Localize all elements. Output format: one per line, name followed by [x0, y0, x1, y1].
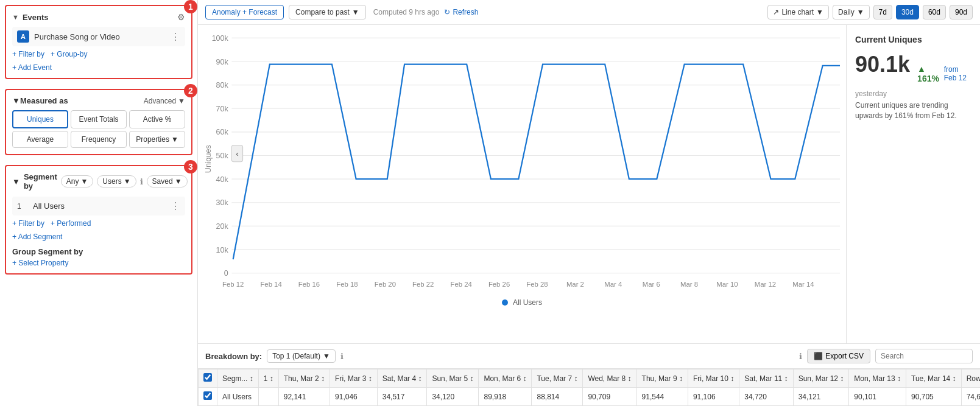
svg-text:Feb 20: Feb 20 — [375, 281, 396, 288]
cell-col1 — [258, 388, 278, 406]
col-checkbox — [199, 369, 217, 388]
date-60d-btn[interactable]: 60d — [923, 5, 946, 19]
row-checkbox-cell — [199, 388, 217, 406]
export-icon: ⬛ — [814, 352, 823, 360]
cell-mar13: 90,101 — [849, 388, 906, 406]
svg-text:Mar 2: Mar 2 — [566, 281, 584, 288]
measure-uniques[interactable]: Uniques — [12, 110, 68, 128]
event-name: Purchase Song or Video — [34, 32, 171, 41]
events-title: Events — [23, 13, 177, 22]
cell-mar3: 91,046 — [330, 388, 378, 406]
add-event-btn[interactable]: + Add Event — [12, 63, 185, 72]
top-bar-right: ↗ Line chart ▼ Daily ▼ 7d 30d 60d 90d — [767, 5, 973, 19]
col-mar9[interactable]: Thu, Mar 9 ↕ — [636, 369, 688, 388]
seg-performed-btn[interactable]: + Performed — [51, 219, 91, 228]
chart-svg: 100k 90k 80k 70k 60k 50k 40k 30k 20k 10k… — [204, 31, 840, 294]
segment-row: 1 All Users ⋮ — [12, 197, 185, 215]
refresh-btn[interactable]: ↻ Refresh — [444, 8, 478, 16]
advanced-btn[interactable]: Advanced ▼ — [144, 97, 185, 105]
col-mar7[interactable]: Tue, Mar 7 ↕ — [532, 369, 583, 388]
stats-panel: Current Uniques 90.1k ▲ 161% from Feb 12… — [846, 25, 980, 343]
measure-grid: Uniques Event Totals Active % Average Fr… — [12, 110, 185, 148]
col-mar14[interactable]: Tue, Mar 14 ↕ — [906, 369, 962, 388]
event-menu-icon[interactable]: ⋮ — [171, 31, 180, 43]
col-mar2[interactable]: Thu, Mar 2 ↕ — [278, 369, 330, 388]
segment-num: 1 — [17, 202, 28, 211]
interval-btn[interactable]: Daily ▼ — [833, 5, 870, 19]
svg-text:40k: 40k — [216, 175, 229, 184]
svg-text:60k: 60k — [216, 128, 229, 136]
svg-text:80k: 80k — [216, 81, 229, 89]
breakdown-info-icon[interactable]: ℹ — [340, 352, 344, 361]
col-mar11[interactable]: Sat, Mar 11 ↕ — [739, 369, 793, 388]
col-mar3[interactable]: Fri, Mar 3 ↕ — [330, 369, 378, 388]
section-number-3: 3 — [184, 160, 197, 173]
col-1[interactable]: 1 ↕ — [258, 369, 278, 388]
table-info-icon[interactable]: ℹ — [799, 352, 802, 361]
measure-active-pct[interactable]: Active % — [129, 110, 185, 128]
any-pill[interactable]: Any ▼ — [61, 175, 94, 187]
measure-properties[interactable]: Properties ▼ — [129, 131, 185, 148]
filter-by-btn[interactable]: + Filter by — [12, 50, 44, 58]
svg-text:Feb 22: Feb 22 — [412, 281, 434, 288]
col-mar5[interactable]: Sun, Mar 5 ↕ — [427, 369, 479, 388]
segment-section: 3 ▼ Segment by Any ▼ Users ▼ ℹ Saved ▼ — [5, 165, 192, 275]
row-checkbox[interactable] — [203, 391, 212, 400]
date-90d-btn[interactable]: 90d — [950, 5, 973, 19]
measured-as-section: 2 ▼ Measured as Advanced ▼ Uniques Event… — [5, 89, 192, 155]
date-7d-btn[interactable]: 7d — [873, 5, 892, 19]
cell-mar10: 91,106 — [688, 388, 739, 406]
col-segment[interactable]: Segm... ↕ — [217, 369, 259, 388]
stats-sub-label: yesterday — [855, 89, 971, 98]
date-30d-btn[interactable]: 30d — [896, 5, 919, 19]
cell-mar6: 89,918 — [479, 388, 532, 406]
refresh-icon: ↻ — [444, 8, 450, 16]
seg-filter-by-btn[interactable]: + Filter by — [12, 219, 44, 228]
add-segment-btn[interactable]: + Add Segment — [12, 233, 185, 241]
stats-title: Current Uniques — [855, 35, 971, 44]
breakdown-select[interactable]: Top 1 (Default) ▼ — [267, 349, 336, 363]
breakdown-label: Breakdown by: — [205, 352, 262, 361]
saved-btn[interactable]: Saved ▼ — [147, 175, 188, 187]
export-csv-btn[interactable]: ⬛ Export CSV — [807, 349, 870, 363]
stats-change-value: ▲ 161% — [917, 64, 940, 83]
segment-info-icon[interactable]: ℹ — [140, 177, 143, 186]
select-property-btn[interactable]: + Select Property — [12, 259, 185, 267]
measured-chevron[interactable]: ▼ — [12, 96, 20, 105]
measure-event-totals[interactable]: Event Totals — [71, 110, 127, 128]
measure-average[interactable]: Average — [12, 131, 68, 148]
chart-type-btn[interactable]: ↗ Line chart ▼ — [767, 5, 829, 19]
svg-text:Mar 8: Mar 8 — [680, 281, 698, 288]
measured-title: Measured as — [20, 96, 144, 105]
event-row: A Purchase Song or Video ⋮ — [12, 27, 185, 46]
section-number-1: 1 — [184, 0, 197, 13]
cell-mar12: 34,121 — [793, 388, 849, 406]
users-pill[interactable]: Users ▼ — [97, 175, 136, 187]
group-by-btn[interactable]: + Group-by — [51, 50, 87, 58]
events-chevron[interactable]: ▼ — [12, 13, 19, 21]
stats-description: Current uniques are trending upwards by … — [855, 100, 971, 121]
svg-text:‹: ‹ — [236, 149, 239, 158]
search-input[interactable] — [875, 349, 973, 363]
col-row-a[interactable]: Row A... ↕ — [961, 369, 980, 388]
segment-chevron[interactable]: ▼ — [12, 177, 20, 186]
col-mar12[interactable]: Sun, Mar 12 ↕ — [793, 369, 849, 388]
legend-label: All Users — [513, 298, 542, 307]
measure-frequency[interactable]: Frequency — [71, 131, 127, 148]
settings-icon[interactable]: ⚙ — [177, 12, 185, 22]
event-letter: A — [17, 30, 29, 43]
svg-text:30k: 30k — [216, 198, 229, 207]
chart-stats-area: 100k 90k 80k 70k 60k 50k 40k 30k 20k 10k… — [198, 25, 980, 343]
col-mar8[interactable]: Wed, Mar 8 ↕ — [583, 369, 636, 388]
col-mar10[interactable]: Fri, Mar 10 ↕ — [688, 369, 739, 388]
table-row: All Users 92,141 91,046 34,517 34,120 89… — [199, 388, 981, 406]
col-mar6[interactable]: Mon, Mar 6 ↕ — [479, 369, 532, 388]
col-mar4[interactable]: Sat, Mar 4 ↕ — [377, 369, 427, 388]
anomaly-forecast-btn[interactable]: Anomaly + Forecast — [205, 5, 284, 19]
segment-menu-icon[interactable]: ⋮ — [171, 200, 180, 212]
col-mar13[interactable]: Mon, Mar 13 ↕ — [849, 369, 906, 388]
compare-btn[interactable]: Compare to past ▼ — [289, 5, 366, 19]
event-filters: + Filter by + Group-by — [12, 50, 185, 58]
header-checkbox[interactable] — [203, 373, 212, 382]
svg-text:Mar 4: Mar 4 — [604, 281, 622, 288]
